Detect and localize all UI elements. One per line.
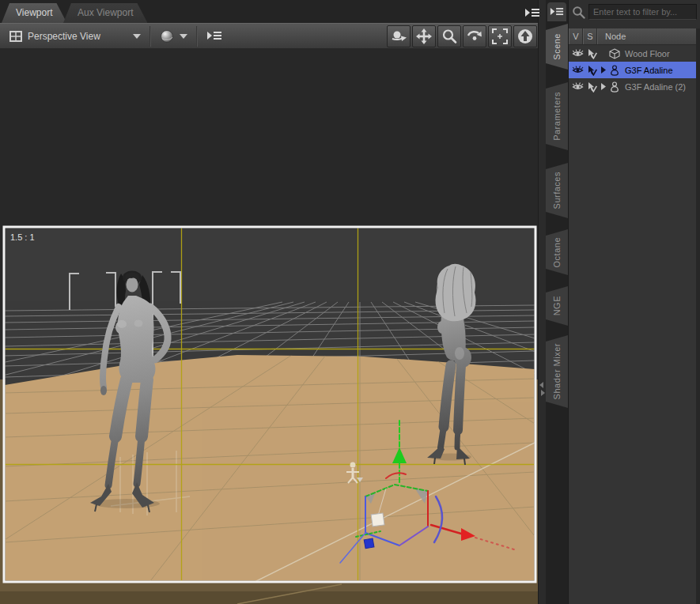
chevron-down-icon bbox=[133, 34, 141, 39]
view-selector-label: Perspective View bbox=[28, 31, 100, 42]
pointer-check-icon[interactable] bbox=[585, 65, 599, 76]
render-frame-content: 1.5 : 1 bbox=[0, 228, 538, 604]
scene-panel: V S Node bbox=[568, 0, 700, 604]
rotate-camera-button[interactable] bbox=[463, 25, 486, 47]
scene-tree: V S Node bbox=[569, 28, 696, 604]
tab-nge[interactable]: NGE bbox=[546, 286, 568, 326]
collapse-left-icon bbox=[539, 382, 543, 388]
node-label: Wood Floor bbox=[622, 49, 670, 59]
viewport-3d-canvas[interactable]: 1.5 : 1 bbox=[0, 48, 538, 604]
figure-icon bbox=[607, 65, 622, 76]
window-grid-icon bbox=[9, 31, 22, 42]
cube-icon bbox=[607, 48, 622, 59]
expand-arrow-icon[interactable] bbox=[599, 66, 607, 74]
aim-camera-button[interactable] bbox=[513, 25, 537, 47]
scene-tree-header: V S Node bbox=[569, 28, 696, 45]
tab-octane[interactable]: Octane bbox=[546, 229, 568, 275]
tab-shader-mixer[interactable]: Shader Mixer bbox=[546, 335, 568, 408]
tab-parameters[interactable]: Parameters bbox=[546, 82, 568, 150]
table-row-g3f-adaline[interactable]: G3F Adaline bbox=[569, 62, 696, 78]
zoom-camera-button[interactable] bbox=[437, 25, 461, 47]
pane-option-menu-icon bbox=[524, 7, 540, 19]
scene-tree-scrollbar[interactable] bbox=[696, 28, 700, 604]
expand-arrow-icon[interactable] bbox=[599, 83, 607, 90]
aim-camera-icon bbox=[517, 28, 533, 44]
aspect-ratio-label: 1.5 : 1 bbox=[10, 232, 35, 242]
column-visibility[interactable]: V bbox=[569, 28, 583, 44]
tab-aux-viewport[interactable]: Aux Viewport bbox=[63, 3, 147, 23]
tab-surfaces[interactable]: Surfaces bbox=[546, 163, 568, 218]
frame-selection-icon bbox=[492, 28, 508, 44]
column-node[interactable]: Node bbox=[597, 28, 696, 44]
viewport-tabbar: Viewport Aux Viewport bbox=[0, 0, 538, 23]
tab-scene[interactable]: Scene bbox=[546, 24, 568, 70]
side-tab-strip: Scene Parameters Surfaces Octane NGE Sha… bbox=[546, 0, 568, 604]
daz-studio-window: Viewport Aux Viewport Perspective View bbox=[0, 0, 700, 604]
node-label: G3F Adaline bbox=[622, 66, 673, 75]
tab-viewport[interactable]: Viewport bbox=[2, 3, 66, 23]
figure-icon bbox=[607, 81, 622, 92]
eye-icon[interactable] bbox=[570, 66, 585, 74]
toolbar-separator bbox=[196, 26, 198, 47]
pan-camera-button[interactable] bbox=[412, 25, 436, 47]
viewport-pane-menu-button[interactable] bbox=[523, 4, 542, 21]
scene-filter-row bbox=[569, 0, 700, 24]
drawstyle-dropdown[interactable] bbox=[153, 25, 194, 47]
view-selector-dropdown[interactable]: Perspective View bbox=[3, 25, 147, 47]
toolbar-separator bbox=[149, 26, 151, 47]
scene-pane-menu-button[interactable] bbox=[547, 2, 566, 21]
table-row-wood-floor[interactable]: Wood Floor bbox=[569, 45, 696, 62]
pane-splitter[interactable] bbox=[538, 0, 546, 604]
column-selectability[interactable]: S bbox=[583, 28, 597, 44]
search-icon bbox=[572, 6, 585, 19]
chevron-down-icon bbox=[180, 34, 187, 39]
pane-option-menu-icon bbox=[550, 6, 564, 17]
pan-camera-icon bbox=[416, 28, 432, 44]
viewport-toolbar: Perspective View bbox=[0, 23, 538, 48]
rotate-camera-icon bbox=[466, 28, 483, 44]
orbit-camera-icon bbox=[390, 28, 407, 44]
viewport-options-button[interactable] bbox=[200, 25, 229, 47]
eye-icon[interactable] bbox=[570, 82, 585, 91]
pointer-check-icon[interactable] bbox=[585, 48, 599, 59]
pane-option-menu-icon bbox=[206, 30, 222, 42]
collapse-right-icon bbox=[541, 390, 545, 396]
eye-icon[interactable] bbox=[570, 49, 585, 58]
node-label: G3F Adaline (2) bbox=[622, 82, 686, 92]
drawstyle-sphere-icon bbox=[160, 29, 174, 43]
pane-collapse-handle[interactable] bbox=[539, 381, 546, 395]
table-row-g3f-adaline-2[interactable]: G3F Adaline (2) bbox=[569, 78, 696, 95]
scene-filter-input[interactable] bbox=[588, 4, 697, 20]
zoom-camera-icon bbox=[441, 28, 457, 44]
pointer-check-icon[interactable] bbox=[585, 81, 599, 92]
frame-selection-button[interactable] bbox=[488, 25, 512, 47]
orbit-camera-button[interactable] bbox=[387, 25, 411, 47]
viewport-pane: Viewport Aux Viewport Perspective View bbox=[0, 0, 538, 604]
